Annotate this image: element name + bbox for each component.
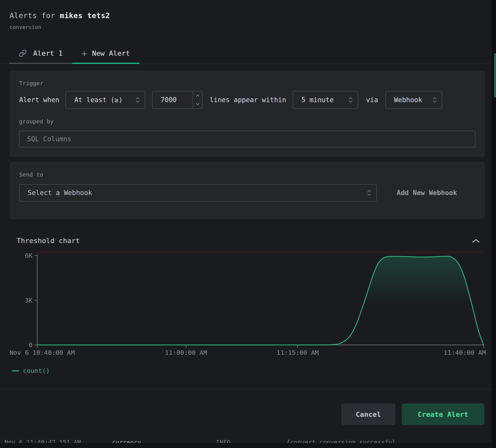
threshold-chart: 03K6KNov 6 10:40:00 AM11:00:00 AM11:15:0… [0, 247, 492, 374]
threshold-chart-svg: 03K6KNov 6 10:40:00 AM11:00:00 AM11:15:0… [0, 247, 492, 366]
tab-alert-1-underline [9, 63, 72, 64]
send-to-label: Send to [19, 171, 475, 178]
plus-icon: + [82, 48, 87, 58]
threshold-chart-header: Threshold chart [0, 237, 492, 245]
window-select[interactable]: 5 minute [293, 91, 358, 109]
alert-when-label: Alert when [19, 96, 59, 104]
svg-text:11:40:00 AM: 11:40:00 AM [444, 349, 486, 356]
tab-new-alert-label: New Alert [92, 49, 130, 57]
threshold-chart-title: Threshold chart [17, 237, 80, 245]
grouped-by-label: grouped by [19, 118, 475, 125]
legend-line-swatch [12, 370, 19, 371]
page-subtitle: conversion [10, 24, 482, 30]
chevron-updown-icon [367, 189, 371, 196]
trigger-section-label: Trigger [19, 80, 475, 87]
chevron-updown-icon [349, 96, 353, 103]
webhook-select-value: Select a Webhook [28, 189, 92, 197]
svg-text:11:15:00 AM: 11:15:00 AM [277, 349, 319, 356]
webhook-select[interactable]: Select a Webhook [19, 184, 377, 201]
tab-alert-1-label: Alert 1 [33, 49, 63, 57]
condition-select[interactable]: At least (≥) [66, 91, 145, 109]
create-alert-modal: Alerts for mikes tets2 conversion Alert … [0, 0, 492, 443]
legend-series-label: count() [23, 367, 50, 374]
send-to-row: Select a Webhook Add New Webhook [19, 184, 475, 210]
window-select-value: 5 minute [301, 96, 334, 104]
page-title-name: mikes tets2 [60, 11, 110, 20]
tab-new-alert-underline [72, 63, 139, 64]
modal-header: Alerts for mikes tets2 conversion [0, 0, 492, 30]
chevron-updown-icon [136, 96, 140, 103]
group-by-input[interactable]: SQL Columns [19, 131, 475, 147]
channel-select-value: Webhook [394, 96, 422, 104]
threshold-input-value: 7000 [152, 91, 193, 108]
modal-footer: Cancel Create Alert [0, 403, 492, 425]
send-to-panel: Send to Select a Webhook Add New Webhook [10, 162, 485, 219]
create-alert-button[interactable]: Create Alert [402, 403, 484, 425]
stepper-up-icon[interactable] [193, 91, 202, 100]
log-timestamp: Nov 6 11:40:47.151 AM [4, 439, 81, 443]
cancel-button[interactable]: Cancel [341, 403, 395, 425]
chevron-updown-icon [433, 96, 437, 103]
chevron-up-icon [471, 238, 480, 244]
page-title-prefix: Alerts for [10, 11, 60, 20]
underlying-page-edge [492, 0, 496, 448]
log-service: currency [112, 439, 141, 443]
link-icon [19, 49, 27, 57]
trigger-panel: Trigger Alert when At least (≥) 7000 lin… [10, 70, 485, 157]
channel-select[interactable]: Webhook [386, 91, 442, 109]
tab-new-alert[interactable]: + New Alert [72, 43, 139, 64]
trigger-row: Alert when At least (≥) 7000 lines appea… [19, 91, 475, 109]
chart-legend: count() [12, 367, 492, 374]
svg-text:11:00:00 AM: 11:00:00 AM [165, 349, 207, 356]
lines-appear-label: lines appear within [209, 96, 286, 104]
log-level: INFO [216, 439, 230, 443]
tab-alert-1[interactable]: Alert 1 [9, 43, 72, 64]
add-new-webhook-button[interactable]: Add New Webhook [397, 189, 457, 197]
threshold-stepper[interactable] [193, 91, 202, 108]
page-title: Alerts for mikes tets2 [10, 11, 482, 20]
collapse-chart-button[interactable] [471, 238, 480, 244]
footer-divider [0, 389, 492, 389]
svg-text:0: 0 [29, 341, 32, 349]
alert-tabs: Alert 1 + New Alert [0, 43, 492, 64]
underlying-green-button-edge [494, 53, 496, 97]
log-message: {convert conversion successful [287, 439, 396, 443]
via-label: via [366, 96, 378, 104]
threshold-input[interactable]: 7000 [152, 91, 202, 109]
stepper-down-icon[interactable] [193, 100, 202, 108]
svg-text:Nov 6 10:40:00 AM: Nov 6 10:40:00 AM [10, 349, 75, 356]
background-log-row: Nov 6 11:40:47.151 AM currency INFO {con… [0, 438, 492, 443]
svg-text:6K: 6K [25, 252, 32, 259]
condition-select-value: At least (≥) [74, 96, 123, 104]
svg-text:3K: 3K [25, 297, 32, 304]
group-by-placeholder: SQL Columns [27, 135, 71, 143]
